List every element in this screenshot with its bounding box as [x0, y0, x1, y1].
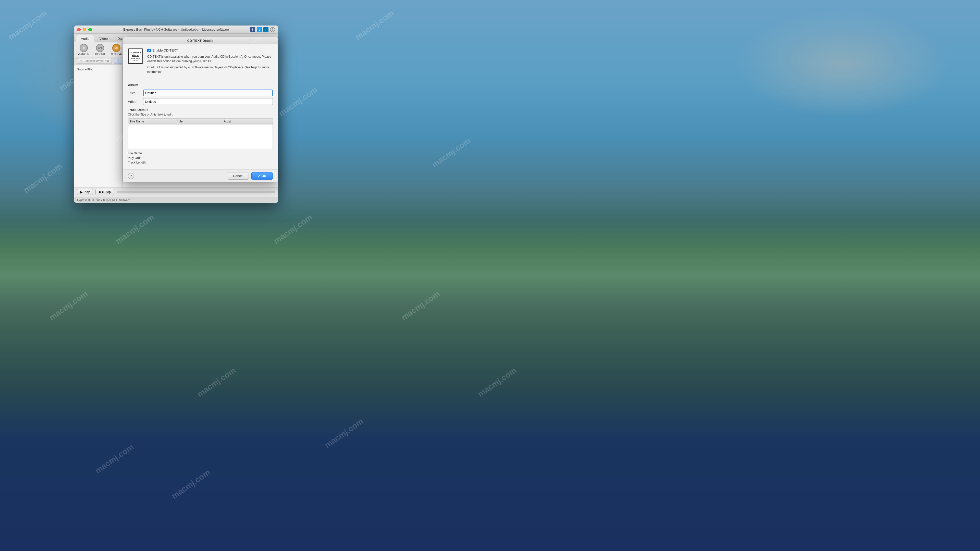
track-table[interactable]: File Name Title Artist [128, 118, 273, 149]
ok-button[interactable]: ✓ OK [251, 172, 273, 179]
dialog-help-button[interactable]: ? [128, 173, 134, 179]
wavePad-icon: ✎ [80, 59, 83, 63]
cd-logo: COMPACT disc DIGITAL AUDIO TEXT [128, 48, 143, 64]
file-name-row: File Name: [128, 151, 273, 155]
window-title: Express Burn Plus by NCH Software – Unti… [123, 27, 229, 32]
cd-logo-text: TEXT [133, 59, 138, 61]
play-icon: ▶ [80, 190, 83, 194]
cd-logo-disc: disc [132, 54, 139, 57]
cd-logo-digital: DIGITAL AUDIO [130, 58, 141, 59]
twitter-icon[interactable]: t [257, 27, 262, 32]
status-bar: Express Burn Plus v 8.15 © NCH Software [74, 197, 278, 203]
album-section-title: Album [128, 83, 273, 87]
divider-1 [128, 80, 273, 80]
maximize-button[interactable] [88, 28, 92, 32]
toolbar-mp3-dvd[interactable]: MP3 MP3 DVD [109, 43, 124, 56]
dialog-footer: ? Cancel ✓ OK [123, 169, 278, 182]
file-name-label: File Name: [128, 151, 153, 155]
title-input[interactable] [143, 89, 273, 96]
sidebar-header: Source File [76, 67, 120, 72]
cancel-button[interactable]: Cancel [228, 172, 248, 179]
toolbar-mp3-cd-label: MP3 CD [95, 52, 105, 56]
cd-text-header: COMPACT disc DIGITAL AUDIO TEXT Enable C… [128, 48, 273, 76]
artist-input[interactable] [143, 98, 273, 105]
audio-cd-icon [80, 44, 88, 52]
col-header-title: Title [177, 120, 224, 123]
stop-icon: ■ [99, 190, 100, 194]
track-details-section: Track Details Click the Title or Artist … [128, 108, 273, 149]
sidebar: Source File [74, 65, 123, 187]
toolbar-mp3-dvd-label: MP3 DVD [111, 52, 122, 56]
window-controls [77, 28, 92, 32]
linkedin-icon[interactable]: in [263, 27, 269, 32]
toolbar-audio-cd-label: Audio CD [78, 52, 89, 56]
toolbar-audio-cd[interactable]: Audio CD [76, 43, 91, 56]
dialog-title: CD-TEXT Details [187, 39, 213, 43]
toolbar-mp3-cd[interactable]: MP3 MP3 CD [92, 43, 108, 56]
play-button[interactable]: ▶ Play [77, 189, 93, 195]
cd-text-dialog: CD-TEXT Details COMPACT disc DIGITAL AUD… [123, 37, 278, 183]
cd-text-icon: 💿 [117, 59, 121, 63]
track-length-row: Track Length: [128, 161, 273, 164]
track-table-header: File Name Title Artist [128, 119, 272, 124]
ok-label: OK [262, 174, 267, 178]
dialog-content: COMPACT disc DIGITAL AUDIO TEXT Enable C… [123, 44, 278, 169]
stop-label: ■ Stop [102, 190, 111, 194]
ok-icon: ✓ [258, 174, 261, 178]
playback-bar: ▶ Play ■ ■ Stop [74, 187, 278, 197]
tab-audio[interactable]: Audio [76, 35, 94, 42]
title-bar: Express Burn Plus by NCH Software – Unti… [74, 25, 278, 34]
title-bar-icons: f t in ? [250, 27, 275, 32]
mp3-dvd-icon: MP3 [112, 44, 121, 52]
title-label: Title: [128, 91, 143, 95]
progress-bar[interactable] [117, 191, 275, 193]
dialog-help-icon: ? [130, 174, 132, 178]
enable-label[interactable]: Enable CD-TEXT [152, 48, 178, 52]
info-text-2: CD-TEXT is not supported by all software… [147, 65, 273, 74]
dialog-title-bar: CD-TEXT Details [123, 37, 278, 44]
enable-checkbox[interactable] [147, 49, 151, 52]
help-icon[interactable]: ? [270, 27, 275, 32]
track-details-title: Track Details [128, 108, 273, 112]
info-text-1: CD-TEXT is only available when you burn … [147, 54, 273, 64]
col-header-artist: Artist [224, 120, 270, 123]
wavePad-label: Edit with WavePad [83, 59, 109, 63]
mp3-cd-icon: MP3 [96, 44, 104, 52]
status-text: Express Burn Plus v 8.15 © NCH Software [77, 198, 130, 202]
artist-label: Artist: [128, 100, 143, 103]
title-row: Title: [128, 89, 273, 96]
facebook-icon[interactable]: f [250, 27, 255, 32]
file-info-section: File Name: Play Order: Track Length: [128, 151, 273, 164]
col-header-filename: File Name [130, 120, 177, 123]
cd-logo-compact: COMPACT [130, 51, 142, 54]
enable-section: Enable CD-TEXT CD-TEXT is only available… [147, 48, 273, 76]
play-order-label: Play Order: [128, 156, 153, 160]
play-label: Play [84, 190, 89, 194]
enable-row: Enable CD-TEXT [147, 48, 273, 52]
close-button[interactable] [77, 28, 81, 32]
album-section: Album Title: Artist: [128, 83, 273, 105]
wavePad-button[interactable]: ✎ Edit with WavePad [77, 58, 112, 64]
play-order-row: Play Order: [128, 156, 273, 160]
track-table-body [128, 124, 272, 148]
track-length-label: Track Length: [128, 161, 153, 164]
tab-video[interactable]: Video [95, 35, 112, 42]
minimize-button[interactable] [83, 28, 86, 32]
click-hint: Click the Title or Artist text to edit: [128, 113, 273, 116]
stop-button[interactable]: ■ ■ Stop [95, 189, 114, 195]
artist-row: Artist: [128, 98, 273, 105]
